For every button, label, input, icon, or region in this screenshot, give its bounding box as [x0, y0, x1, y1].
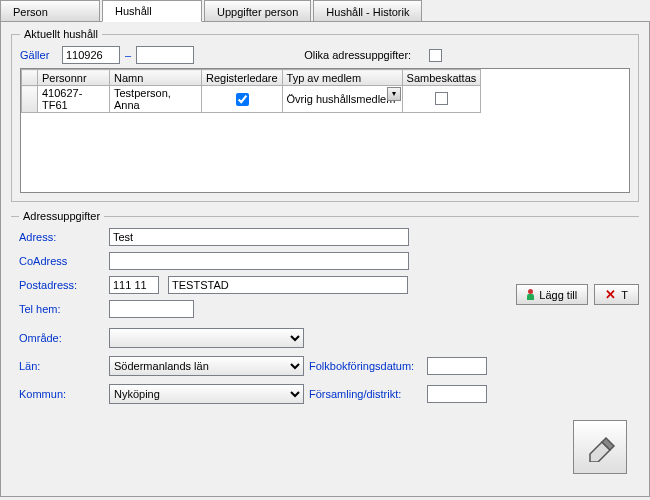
button-label: Lägg till	[539, 289, 577, 301]
button-label: T	[621, 289, 628, 301]
galler-from-input[interactable]	[62, 46, 120, 64]
chevron-down-icon[interactable]: ▾	[387, 87, 401, 101]
adress-label: Adress:	[19, 231, 109, 243]
clear-button[interactable]	[573, 420, 627, 474]
cell-registerledare[interactable]	[202, 86, 283, 113]
omrade-select[interactable]	[109, 328, 304, 348]
tab-hushall[interactable]: Hushåll	[102, 0, 202, 22]
col-personnr[interactable]: Personnr	[38, 70, 110, 86]
adress-input[interactable]	[109, 228, 409, 246]
tab-uppgifter-person[interactable]: Uppgifter person	[204, 0, 311, 22]
tab-bar: Person Hushåll Uppgifter person Hushåll …	[0, 0, 650, 22]
cell-sambeskattas[interactable]	[402, 86, 481, 113]
tab-label: Person	[13, 6, 48, 18]
tab-person[interactable]: Person	[0, 0, 100, 22]
delete-icon: ✕	[605, 288, 616, 301]
lan-select[interactable]: Södermanlands län	[109, 356, 304, 376]
ta-bort-button[interactable]: ✕ T	[594, 284, 639, 305]
forsamling-label: Församling/distrikt:	[309, 388, 427, 400]
lan-label: Län:	[19, 360, 109, 372]
tab-label: Hushåll	[115, 5, 152, 17]
tab-label: Hushåll - Historik	[326, 6, 409, 18]
col-namn[interactable]: Namn	[110, 70, 202, 86]
lagg-till-button[interactable]: Lägg till	[516, 284, 588, 305]
col-typ-av-medlem[interactable]: Typ av medlem	[282, 70, 402, 86]
adressuppgifter-legend: Adressuppgifter	[19, 210, 104, 222]
galler-to-input[interactable]	[136, 46, 194, 64]
postnr-input[interactable]	[109, 276, 159, 294]
aktuellt-hushall-legend: Aktuellt hushåll	[20, 28, 102, 40]
sambeskattas-checkbox[interactable]	[435, 92, 448, 105]
tab-label: Uppgifter person	[217, 6, 298, 18]
cell-namn[interactable]: Testperson, Anna	[110, 86, 202, 113]
folkbokforingsdatum-label: Folkbokföringsdatum:	[309, 360, 427, 372]
kommun-label: Kommun:	[19, 388, 109, 400]
olika-adressuppgifter-checkbox[interactable]	[429, 49, 442, 62]
cell-personnr[interactable]: 410627-TF61	[38, 86, 110, 113]
postort-input[interactable]	[168, 276, 408, 294]
col-sambeskattas[interactable]: Sambeskattas	[402, 70, 481, 86]
registerledare-checkbox[interactable]	[236, 93, 249, 106]
olika-adressuppgifter-label: Olika adressuppgifter:	[304, 49, 411, 61]
table-row[interactable]: 410627-TF61 Testperson, Anna Övrig hushå…	[22, 86, 481, 113]
tab-hushall-historik[interactable]: Hushåll - Historik	[313, 0, 422, 22]
folkbokforingsdatum-input[interactable]	[427, 357, 487, 375]
tab-content: Aktuellt hushåll Gäller – Olika adressup…	[0, 21, 650, 497]
postadress-label: Postadress:	[19, 279, 109, 291]
adressuppgifter-group: Adressuppgifter Adress: CoAdress Postadr…	[11, 210, 639, 444]
household-members-grid[interactable]: Personnr Namn Registerledare Typ av medl…	[20, 68, 630, 193]
typ-value: Övrig hushållsmedlem	[287, 93, 396, 105]
omrade-label: Område:	[19, 332, 109, 344]
coadress-input[interactable]	[109, 252, 409, 270]
col-registerledare[interactable]: Registerledare	[202, 70, 283, 86]
coadress-label: CoAdress	[19, 255, 109, 267]
galler-label: Gäller	[20, 49, 62, 61]
cell-typ-av-medlem[interactable]: Övrig hushållsmedlem ▾	[282, 86, 402, 113]
eraser-icon	[584, 430, 616, 464]
kommun-select[interactable]: Nyköping	[109, 384, 304, 404]
telhem-input[interactable]	[109, 300, 194, 318]
row-header[interactable]	[22, 86, 38, 113]
grid-corner	[22, 70, 38, 86]
aktuellt-hushall-group: Aktuellt hushåll Gäller – Olika adressup…	[11, 28, 639, 202]
telhem-label: Tel hem:	[19, 303, 109, 315]
forsamling-input[interactable]	[427, 385, 487, 403]
person-add-icon	[527, 289, 534, 300]
date-range-dash: –	[120, 49, 136, 61]
